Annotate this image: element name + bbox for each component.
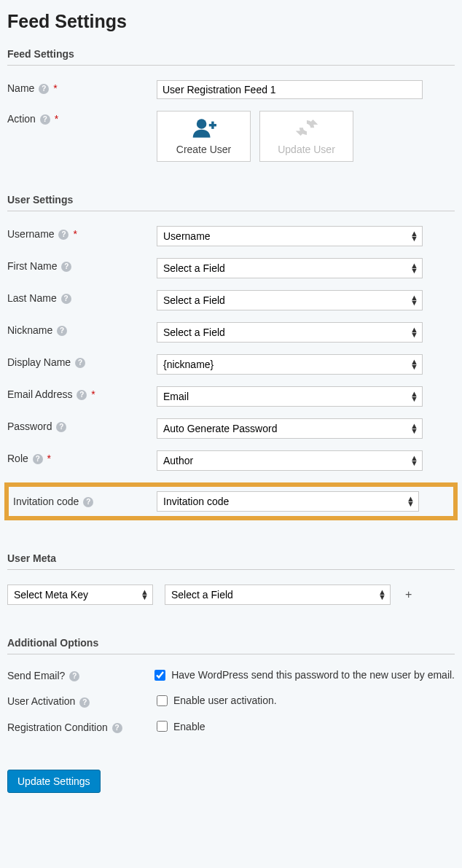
action-create-user[interactable]: Create User bbox=[157, 111, 251, 162]
action-update-user-label: Update User bbox=[278, 144, 335, 155]
last-name-select[interactable]: Select a Field bbox=[157, 290, 423, 310]
label-password: Password bbox=[7, 421, 52, 432]
help-icon[interactable]: ? bbox=[33, 454, 43, 464]
svg-rect-2 bbox=[211, 122, 214, 129]
row-registration-condition: Registration Condition ? Enable bbox=[7, 721, 455, 733]
required-marker: * bbox=[91, 388, 95, 400]
user-activation-text: Enable user activation. bbox=[173, 695, 277, 706]
send-email-text: Have WordPress send this password to the… bbox=[171, 669, 455, 681]
page-title: Feed Settings bbox=[7, 7, 455, 42]
help-icon[interactable]: ? bbox=[61, 294, 71, 304]
registration-condition-checkbox[interactable] bbox=[157, 721, 168, 732]
user-plus-icon bbox=[192, 117, 216, 139]
row-first-name: First Name ? Select a Field▲▼ bbox=[7, 258, 455, 278]
first-name-select[interactable]: Select a Field bbox=[157, 258, 423, 278]
svg-point-0 bbox=[196, 119, 206, 129]
label-action: Action bbox=[7, 113, 36, 125]
help-icon[interactable]: ? bbox=[56, 422, 66, 432]
help-icon[interactable]: ? bbox=[112, 723, 122, 733]
row-last-name: Last Name ? Select a Field▲▼ bbox=[7, 290, 455, 310]
section-additional-options: Additional Options bbox=[7, 631, 455, 654]
username-select[interactable]: Username bbox=[157, 226, 423, 246]
help-icon[interactable]: ? bbox=[69, 671, 79, 681]
label-display-name: Display Name bbox=[7, 356, 71, 368]
refresh-icon bbox=[294, 117, 319, 139]
row-user-meta: Select Meta Key▲▼ Select a Field▲▼ + bbox=[7, 584, 455, 605]
section-feed-settings: Feed Settings bbox=[7, 42, 455, 66]
help-icon[interactable]: ? bbox=[61, 262, 71, 272]
name-input[interactable] bbox=[157, 80, 423, 99]
row-user-activation: User Activation ? Enable user activation… bbox=[7, 695, 455, 707]
label-registration-condition: Registration Condition bbox=[7, 722, 108, 733]
label-name: Name bbox=[7, 82, 34, 94]
help-icon[interactable]: ? bbox=[58, 230, 68, 240]
row-name: Name ? * bbox=[7, 80, 455, 99]
section-user-meta: User Meta bbox=[7, 547, 455, 570]
help-icon[interactable]: ? bbox=[75, 358, 85, 368]
row-send-email: Send Email? ? Have WordPress send this p… bbox=[7, 669, 455, 681]
label-invitation-code: Invitation code bbox=[13, 496, 79, 507]
meta-field-select[interactable]: Select a Field bbox=[165, 584, 391, 605]
label-nickname: Nickname bbox=[7, 324, 52, 336]
action-create-user-label: Create User bbox=[176, 144, 231, 155]
nickname-select[interactable]: Select a Field bbox=[157, 322, 423, 343]
password-select[interactable]: Auto Generate Password bbox=[157, 418, 423, 439]
help-icon[interactable]: ? bbox=[77, 390, 87, 400]
required-marker: * bbox=[73, 228, 77, 240]
label-first-name: First Name bbox=[7, 260, 57, 272]
action-update-user[interactable]: Update User bbox=[259, 111, 353, 162]
invitation-code-select[interactable]: Invitation code bbox=[157, 491, 419, 512]
display-name-select[interactable]: {nickname} bbox=[157, 354, 423, 375]
section-user-settings: User Settings bbox=[7, 188, 455, 211]
help-icon[interactable]: ? bbox=[57, 326, 67, 336]
label-send-email: Send Email? bbox=[7, 670, 65, 681]
row-action: Action ? * Create User bbox=[7, 111, 455, 162]
add-meta-button[interactable]: + bbox=[402, 588, 415, 601]
help-icon[interactable]: ? bbox=[83, 497, 93, 507]
meta-key-select[interactable]: Select Meta Key bbox=[7, 584, 153, 605]
required-marker: * bbox=[53, 82, 57, 94]
label-email-address: Email Address bbox=[7, 388, 72, 400]
update-settings-button[interactable]: Update Settings bbox=[7, 770, 101, 793]
role-select[interactable]: Author bbox=[157, 450, 423, 471]
row-role: Role ? * Author▲▼ bbox=[7, 450, 455, 471]
label-role: Role bbox=[7, 453, 28, 464]
row-password: Password ? Auto Generate Password▲▼ bbox=[7, 418, 455, 439]
row-username: Username ? * Username▲▼ bbox=[7, 226, 455, 246]
email-address-select[interactable]: Email bbox=[157, 386, 423, 407]
label-username: Username bbox=[7, 228, 55, 240]
row-nickname: Nickname ? Select a Field▲▼ bbox=[7, 322, 455, 343]
label-user-activation: User Activation bbox=[7, 695, 75, 707]
row-invitation-code-highlight: Invitation code ? Invitation code▲▼ bbox=[4, 482, 458, 520]
required-marker: * bbox=[47, 453, 51, 464]
row-display-name: Display Name ? {nickname}▲▼ bbox=[7, 354, 455, 375]
help-icon[interactable]: ? bbox=[40, 114, 50, 125]
label-last-name: Last Name bbox=[7, 292, 57, 304]
user-activation-checkbox[interactable] bbox=[157, 695, 168, 706]
help-icon[interactable]: ? bbox=[79, 697, 90, 708]
required-marker: * bbox=[55, 113, 58, 125]
help-icon[interactable]: ? bbox=[39, 84, 49, 94]
send-email-checkbox[interactable] bbox=[154, 670, 165, 681]
row-email-address: Email Address ? * Email▲▼ bbox=[7, 386, 455, 407]
registration-condition-text: Enable bbox=[173, 721, 205, 732]
